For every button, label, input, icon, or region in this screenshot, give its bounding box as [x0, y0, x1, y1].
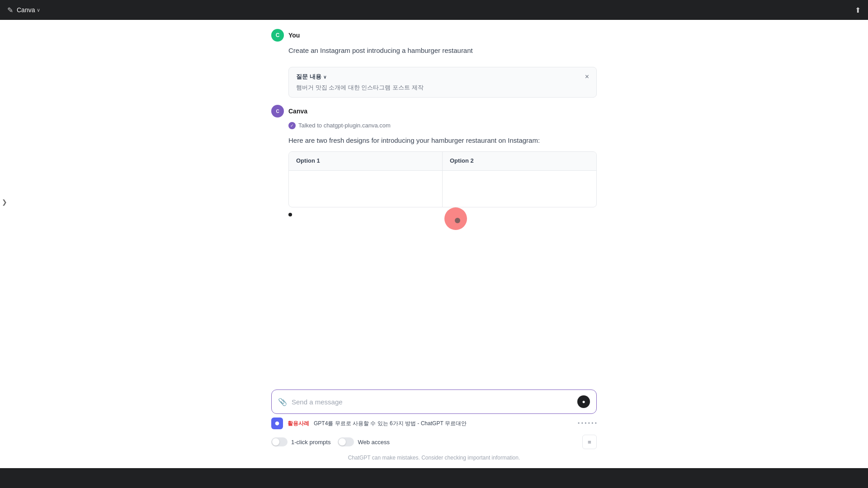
web-access-toggle-group: Web access	[338, 437, 390, 446]
web-access-toggle[interactable]	[338, 437, 354, 446]
main-area: ❯ C You Create an Instagram post introdu…	[0, 20, 868, 384]
attach-icon[interactable]: 📎	[278, 398, 287, 406]
input-container: 📎 ●	[262, 384, 606, 414]
one-click-label: 1-click prompts	[291, 439, 330, 446]
filter-button[interactable]: ≡	[582, 435, 597, 449]
chat-area[interactable]: C You Create an Instagram post introduci…	[0, 20, 868, 384]
design-table-body	[289, 171, 596, 207]
web-access-label: Web access	[358, 439, 390, 446]
controls-bar: 1-click prompts Web access ≡	[262, 433, 606, 453]
question-box-title[interactable]: 질문 내용 ∨	[296, 73, 326, 81]
message-input[interactable]	[292, 398, 573, 406]
sidebar-toggle[interactable]: ❯	[0, 193, 9, 211]
notification-bar: 활용사례 GPT4를 무료로 사용할 수 있는 6가지 방법 - ChatGPT…	[262, 414, 606, 433]
loading-indicator	[288, 213, 292, 216]
canva-message-body: ✓ Talked to chatgpt-plugin.canva.com Her…	[271, 121, 597, 216]
bottom-black-bar	[0, 468, 868, 488]
canva-message: C Canva ✓ Talked to chatgpt-plugin.canva…	[271, 105, 597, 216]
share-button[interactable]: ⬆	[855, 6, 861, 14]
notification-text: 활용사례 GPT4를 무료로 사용할 수 있는 6가지 방법 - ChatGPT…	[288, 420, 467, 427]
notification-icon	[271, 418, 283, 429]
bottom-area: 📎 ● 활용사례 GPT4를 무료로 사용할 수 있는 6가지 방법 - Cha…	[0, 384, 868, 468]
notification-svg-icon	[274, 420, 280, 427]
user-message-header: C You	[271, 29, 597, 42]
user-message-author: You	[288, 32, 300, 39]
canva-avatar: C	[271, 105, 284, 117]
plugin-status-icon: ✓	[288, 122, 296, 129]
one-click-toggle-group: 1-click prompts	[271, 437, 330, 446]
question-box-wrapper: 질문 내용 ∨ × 햄버거 맛집 소개에 대한 인스타그램 포스트 제작	[271, 67, 597, 98]
user-message-body: Create an Instagram post introducing a h…	[271, 45, 597, 56]
svg-point-0	[275, 422, 279, 426]
top-bar-left: ✎ Canva ∨	[7, 6, 40, 14]
canva-message-author: Canva	[288, 108, 307, 115]
send-button[interactable]: ●	[577, 395, 590, 408]
canva-intro-text: Here are two fresh designs for introduci…	[288, 135, 597, 146]
design-table: Option 1 Option 2	[288, 151, 597, 207]
notification-highlight: 활용사례	[288, 420, 309, 427]
question-box-header: 질문 내용 ∨ ×	[296, 73, 589, 81]
option1-header: Option 1	[289, 152, 443, 170]
app-title[interactable]: Canva ∨	[17, 6, 40, 14]
input-box: 📎 ●	[271, 389, 597, 414]
option2-preview	[443, 171, 596, 207]
question-box-close-button[interactable]: ×	[585, 73, 589, 80]
one-click-toggle-knob	[272, 438, 279, 446]
canva-message-header: C Canva	[271, 105, 597, 117]
top-bar: ✎ Canva ∨ ⬆	[0, 0, 868, 20]
web-access-toggle-knob	[339, 438, 346, 446]
option2-header: Option 2	[443, 152, 596, 170]
notification-main-text: GPT4를 무료로 사용할 수 있는 6가지 방법 - ChatGPT 무료대안	[314, 420, 467, 427]
filter-icon: ≡	[588, 439, 591, 446]
title-chevron-icon: ∨	[37, 7, 40, 13]
disclaimer-text: ChatGPT can make mistakes. Consider chec…	[339, 453, 529, 468]
notification-dots: • • • • • •	[578, 420, 597, 427]
plugin-status-text: Talked to chatgpt-plugin.canva.com	[298, 121, 391, 131]
one-click-toggle[interactable]	[271, 437, 288, 446]
send-icon: ●	[582, 399, 585, 405]
user-avatar: C	[271, 29, 284, 42]
edit-icon[interactable]: ✎	[7, 6, 13, 14]
question-box: 질문 내용 ∨ × 햄버거 맛집 소개에 대한 인스타그램 포스트 제작	[288, 67, 597, 98]
user-message: C You Create an Instagram post introduci…	[271, 29, 597, 56]
plugin-status: ✓ Talked to chatgpt-plugin.canva.com	[288, 121, 597, 131]
design-table-header: Option 1 Option 2	[289, 152, 596, 171]
question-box-content: 햄버거 맛집 소개에 대한 인스타그램 포스트 제작	[296, 84, 589, 92]
chat-content: C You Create an Instagram post introduci…	[262, 29, 606, 227]
option1-preview	[289, 171, 443, 207]
